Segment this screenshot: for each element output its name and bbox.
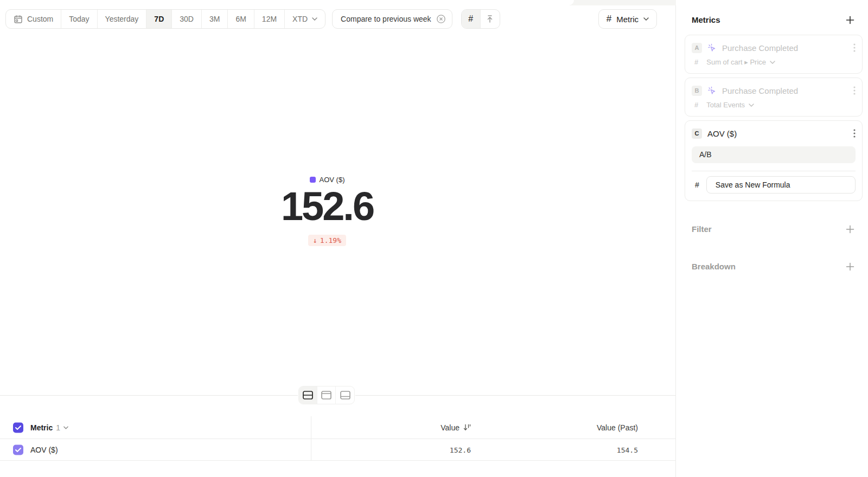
- chevron-down-icon: [63, 426, 68, 429]
- date-range-xtd-dropdown[interactable]: XTD: [285, 10, 325, 28]
- metric-title: Purchase Completed: [722, 86, 798, 95]
- bottom-bar-layout-icon: [340, 390, 351, 400]
- chart-only-view-button[interactable]: [317, 386, 336, 404]
- hash-icon: #: [607, 14, 611, 24]
- hash-icon: #: [694, 101, 698, 109]
- date-range-label: Custom: [27, 15, 53, 23]
- metric-title: Purchase Completed: [722, 43, 798, 53]
- legend-swatch: [310, 177, 316, 183]
- breakdown-section-title: Breakdown: [692, 262, 736, 271]
- add-metric-button[interactable]: [846, 16, 854, 24]
- chevron-down-icon: [312, 17, 317, 21]
- row-value-past: 154.5: [617, 446, 638, 454]
- remove-compare-icon[interactable]: [436, 14, 446, 24]
- formula-input[interactable]: A/B: [692, 146, 856, 163]
- row-metric-name: AOV ($): [30, 446, 58, 454]
- card-menu-icon[interactable]: [853, 43, 856, 52]
- row-checkbox[interactable]: [13, 444, 23, 455]
- metric-badge: A: [692, 43, 702, 53]
- date-range-12m[interactable]: 12M: [254, 10, 285, 28]
- chart-legend: AOV ($): [0, 176, 654, 184]
- hash-icon: #: [695, 181, 699, 189]
- event-click-icon: [707, 43, 717, 53]
- toolbar: Custom Today Yesterday 7D 30D 3M 6M 12M …: [5, 9, 657, 29]
- date-range-control: Custom Today Yesterday 7D 30D 3M 6M 12M …: [5, 9, 326, 29]
- config-sidebar: Metrics A Purchase Completed # Sum of ca…: [676, 0, 868, 477]
- number-view-button[interactable]: #: [462, 10, 481, 28]
- top-card-edge: [0, 0, 574, 5]
- card-menu-icon[interactable]: [853, 129, 856, 138]
- metric-card-b[interactable]: B Purchase Completed # Total Events: [685, 78, 863, 117]
- filter-section-title: Filter: [692, 224, 712, 234]
- table-row[interactable]: AOV ($) 152.6 154.5: [0, 439, 676, 461]
- date-range-6m[interactable]: 6M: [228, 10, 254, 28]
- row-value: 152.6: [450, 446, 471, 454]
- hash-icon: #: [468, 14, 473, 24]
- date-range-today[interactable]: Today: [61, 10, 97, 28]
- metric-card-c[interactable]: C AOV ($) A/B # Save as New Formula: [685, 120, 863, 201]
- card-divider: [692, 171, 856, 171]
- metric-title: AOV ($): [707, 129, 737, 138]
- table-header-row: Metric 1 Value Value (Past): [0, 416, 676, 439]
- value-past-column-header[interactable]: Value (Past): [597, 423, 638, 432]
- date-range-yesterday[interactable]: Yesterday: [98, 10, 147, 28]
- add-filter-button[interactable]: [846, 225, 854, 234]
- delta-value: 1.19%: [320, 236, 341, 244]
- table-column-divider: [311, 416, 311, 461]
- arrow-down-icon: ↓: [313, 236, 317, 244]
- delta-badge: ↓ 1.19%: [308, 235, 346, 246]
- chart-type-toggle: #: [461, 9, 500, 29]
- metric-card-a[interactable]: A Purchase Completed # Sum of cart ▸ Pri…: [685, 35, 863, 74]
- metric-column-header[interactable]: Metric 1: [30, 423, 68, 432]
- metric-badge: C: [692, 128, 702, 139]
- compare-pill[interactable]: Compare to previous week: [332, 9, 452, 29]
- calendar-icon: [14, 15, 23, 24]
- table-only-view-button[interactable]: [336, 386, 354, 404]
- event-click-icon: [707, 86, 717, 95]
- compare-label: Compare to previous week: [341, 15, 431, 23]
- hash-icon: #: [694, 58, 698, 66]
- property-selector[interactable]: Sum of cart ▸ Price: [706, 58, 775, 66]
- layout-toggle: [298, 386, 355, 404]
- metric-dropdown-button[interactable]: # Metric: [598, 9, 657, 29]
- split-layout-icon: [302, 390, 314, 400]
- sort-descending-icon: [463, 424, 471, 431]
- date-range-30d[interactable]: 30D: [172, 10, 202, 28]
- metrics-section-title: Metrics: [692, 15, 720, 24]
- save-as-new-formula-button[interactable]: Save as New Formula: [706, 176, 856, 194]
- card-menu-icon[interactable]: [853, 86, 856, 95]
- top-bar-layout-icon: [321, 390, 332, 400]
- kpi-value: 152.6: [0, 183, 654, 229]
- date-range-3m[interactable]: 3M: [202, 10, 228, 28]
- select-all-checkbox[interactable]: [13, 422, 23, 433]
- property-selector[interactable]: Total Events: [706, 101, 754, 109]
- metric-button-label: Metric: [616, 15, 639, 24]
- add-breakdown-button[interactable]: [846, 262, 854, 271]
- chevron-down-icon: [643, 17, 649, 21]
- legend-label: AOV ($): [320, 176, 345, 184]
- value-column-header[interactable]: Value: [441, 423, 471, 432]
- date-range-7d[interactable]: 7D: [146, 10, 172, 28]
- split-view-button[interactable]: [299, 386, 317, 404]
- trend-view-button[interactable]: [481, 10, 500, 28]
- main-panel: Custom Today Yesterday 7D 30D 3M 6M 12M …: [0, 0, 676, 477]
- arrow-up-to-line-icon: [486, 15, 494, 23]
- metric-badge: B: [692, 86, 702, 96]
- date-range-custom[interactable]: Custom: [6, 10, 61, 28]
